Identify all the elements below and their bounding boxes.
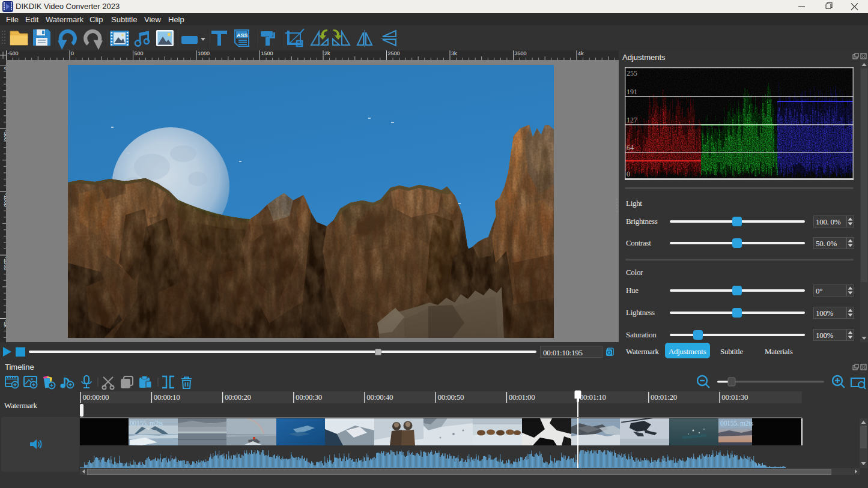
- svg-text:1500: 1500: [261, 50, 273, 56]
- svg-text:00:00:10: 00:00:10: [154, 393, 180, 402]
- svg-text:00:00:50: 00:00:50: [438, 393, 464, 402]
- svg-text:127: 127: [627, 116, 637, 124]
- svg-text:500: 500: [135, 50, 144, 56]
- svg-text:2500: 2500: [388, 50, 400, 56]
- svg-text:0: 0: [627, 170, 630, 178]
- svg-text:00:00:20: 00:00:20: [225, 393, 251, 402]
- svg-text:-500: -500: [8, 50, 19, 56]
- svg-text:00:01:20: 00:01:20: [651, 393, 677, 402]
- svg-text:4k: 4k: [578, 50, 584, 56]
- svg-text:00:00:00: 00:00:00: [83, 393, 109, 402]
- svg-text:191: 191: [627, 88, 637, 96]
- svg-text:00:01:10: 00:01:10: [580, 393, 606, 402]
- svg-text:1000: 1000: [198, 50, 210, 56]
- svg-text:ASS: ASS: [237, 32, 248, 38]
- svg-text:00:00:30: 00:00:30: [296, 393, 322, 402]
- svg-text:3k: 3k: [451, 50, 457, 56]
- svg-text:00:01:00: 00:01:00: [509, 393, 535, 402]
- svg-text:255: 255: [627, 69, 637, 77]
- svg-text:0: 0: [71, 50, 74, 56]
- svg-text:64: 64: [627, 143, 634, 152]
- svg-text:00:01:30: 00:01:30: [721, 393, 748, 402]
- svg-text:2k: 2k: [324, 50, 330, 56]
- svg-text:3500: 3500: [515, 50, 527, 56]
- svg-text:00:00:40: 00:00:40: [366, 393, 393, 402]
